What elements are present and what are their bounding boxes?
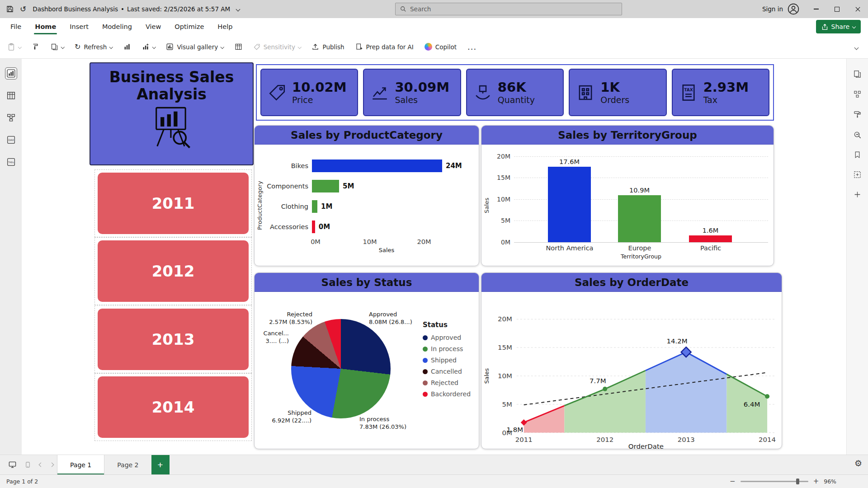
legend-item-rejected[interactable]: Rejected xyxy=(423,379,471,386)
collapse-ribbon-button[interactable] xyxy=(855,43,861,51)
legend-item-approved[interactable]: Approved xyxy=(423,334,471,341)
tab-page-2[interactable]: Page 2 xyxy=(104,455,151,474)
column-bar[interactable] xyxy=(548,167,591,242)
undo-button[interactable]: ↺ xyxy=(20,5,26,13)
copy-page-button[interactable] xyxy=(51,43,64,51)
format-pane-button[interactable] xyxy=(853,110,862,119)
zoom-slider[interactable] xyxy=(741,481,808,482)
analytics-pane-button[interactable] xyxy=(853,131,862,139)
legend-item-in-process[interactable]: In process xyxy=(423,345,471,352)
menu-optimize[interactable]: Optimize xyxy=(168,18,211,35)
visual-title: Sales by TerritoryGroup xyxy=(481,126,774,145)
sensitivity-button[interactable]: Sensitivity xyxy=(253,43,301,51)
report-title-card[interactable]: Business Sales Analysis xyxy=(90,62,254,165)
format-painter-button[interactable] xyxy=(32,43,40,51)
sales-by-orderdate-visual[interactable]: Sales by OrderDate 0M5M10M15M20M1.8M7.7M… xyxy=(481,272,782,449)
tab-page-1[interactable]: Page 1 xyxy=(57,455,104,474)
bar-row-bikes: Bikes 24M xyxy=(264,155,479,176)
save-button[interactable] xyxy=(6,5,14,13)
value-label: 24M xyxy=(446,162,462,170)
refresh-button[interactable]: ↻ Refresh xyxy=(75,42,113,51)
minimize-button[interactable] xyxy=(806,0,826,18)
year-button-2013[interactable]: 2013 xyxy=(98,309,249,370)
menu-view[interactable]: View xyxy=(139,18,168,35)
new-page-button[interactable]: + xyxy=(151,455,170,474)
year-button-2012[interactable]: 2012 xyxy=(98,240,249,302)
search-box[interactable] xyxy=(395,3,622,15)
report-view-button[interactable] xyxy=(6,69,16,78)
model-view-button[interactable] xyxy=(6,113,16,122)
selection-pane-button[interactable] xyxy=(853,170,862,179)
svg-text:DAX: DAX xyxy=(8,139,14,141)
bookmarks-pane-button[interactable] xyxy=(854,151,861,159)
more-options-button[interactable]: ... xyxy=(467,42,476,52)
mobile-layout-button[interactable] xyxy=(20,455,35,474)
kpi-card-sales[interactable]: 30.09MSales xyxy=(363,69,461,116)
visual-gallery-button[interactable]: Visual gallery xyxy=(166,43,223,51)
column-north-america[interactable]: 17.6M xyxy=(548,158,591,242)
menu-insert[interactable]: Insert xyxy=(63,18,95,35)
bar-clothing[interactable] xyxy=(312,200,317,213)
column-pacific[interactable]: 1.6M xyxy=(689,227,732,242)
add-pane-button[interactable] xyxy=(854,191,861,198)
previous-page-button[interactable] xyxy=(35,455,46,474)
year-button-2011[interactable]: 2011 xyxy=(98,173,249,234)
kpi-card-quantity[interactable]: 86KQuantity xyxy=(466,69,564,116)
year-slicer-2012: 2012 xyxy=(94,237,252,305)
search-input[interactable] xyxy=(410,5,617,13)
tax-document-icon: TAX xyxy=(679,83,698,102)
menu-help[interactable]: Help xyxy=(211,18,239,35)
column-bar[interactable] xyxy=(618,195,661,242)
kpi-card-price[interactable]: 10.02MPrice xyxy=(260,69,358,116)
legend-item-shipped[interactable]: Shipped xyxy=(423,357,471,364)
status-pie-chart[interactable] xyxy=(291,319,391,418)
kpi-card-orders[interactable]: 1KOrders xyxy=(569,69,666,116)
sales-by-productcategory-visual[interactable]: Sales by ProductCategory ProductCategory… xyxy=(254,125,479,266)
legend-item-backordered[interactable]: Backordered xyxy=(423,390,471,398)
account-avatar-icon[interactable] xyxy=(788,3,799,15)
bar-bikes[interactable] xyxy=(312,160,442,172)
publish-icon xyxy=(311,43,319,51)
pages-pane-button[interactable] xyxy=(853,70,862,78)
menu-home[interactable]: Home xyxy=(28,18,63,35)
menu-modeling[interactable]: Modeling xyxy=(95,18,139,35)
tmdl-view-button[interactable]: TMDL xyxy=(6,157,16,167)
prep-data-for-ai-button[interactable]: Prep data for AI xyxy=(355,43,414,51)
next-page-button[interactable] xyxy=(46,455,57,474)
table-button[interactable] xyxy=(235,43,242,51)
title-chevron-icon[interactable] xyxy=(236,7,241,11)
column-bar[interactable] xyxy=(689,235,732,242)
orderdate-area-chart[interactable]: 0M5M10M15M20M1.8M7.7M14.2M6.4M2011201220… xyxy=(481,292,782,449)
maximize-button[interactable] xyxy=(826,0,847,18)
visualizations-pane-button[interactable] xyxy=(853,90,862,99)
menu-file[interactable]: File xyxy=(4,18,28,35)
callout-value: 3.... (...) xyxy=(257,338,289,345)
building-blocks-icon xyxy=(853,90,862,99)
add-visual-button[interactable] xyxy=(142,43,156,51)
settings-gear-icon[interactable]: ⚙ xyxy=(854,458,862,468)
sales-by-territorygroup-visual[interactable]: Sales by TerritoryGroup Sales 20M 15M 10… xyxy=(481,125,774,266)
share-button[interactable]: Share xyxy=(816,20,861,33)
legend-item-cancelled[interactable]: Cancelled xyxy=(423,368,471,375)
sign-in-link[interactable]: Sign in xyxy=(762,5,783,13)
tmdl-view-icon: TMDL xyxy=(6,157,16,167)
close-button[interactable] xyxy=(847,0,868,18)
zoom-in-button[interactable]: + xyxy=(813,478,819,485)
bar-components[interactable] xyxy=(312,180,339,192)
year-button-2014[interactable]: 2014 xyxy=(98,376,249,438)
paste-button[interactable] xyxy=(7,43,21,51)
data-view-button[interactable] xyxy=(6,91,16,100)
x-axis-title: Sales xyxy=(332,247,441,253)
sales-by-status-visual[interactable]: Sales by Status Rejected 2.57M (8.53%) A… xyxy=(254,272,479,449)
zoom-out-button[interactable]: − xyxy=(730,478,736,485)
publish-button[interactable]: Publish xyxy=(311,43,344,51)
copilot-button[interactable]: Copilot xyxy=(425,43,457,51)
new-visual-button[interactable] xyxy=(123,43,131,51)
kpi-card-tax[interactable]: TAX 2.93MTax xyxy=(672,69,769,116)
dax-query-view-button[interactable]: DAX xyxy=(6,135,16,145)
zoom-slider-thumb[interactable] xyxy=(796,479,799,484)
desktop-layout-button[interactable] xyxy=(5,455,20,474)
column-europe[interactable]: 10.9M xyxy=(618,187,661,242)
legend-label: Rejected xyxy=(431,379,458,386)
bar-accessories[interactable] xyxy=(312,221,315,233)
